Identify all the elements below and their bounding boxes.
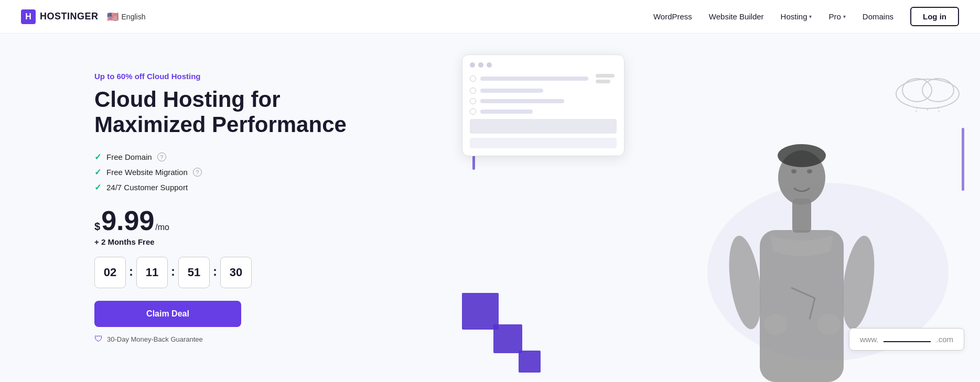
browser-row-1: [470, 74, 617, 83]
svg-point-15: [778, 144, 826, 167]
nav-website-builder[interactable]: Website Builder: [709, 12, 764, 21]
browser-content-block: [470, 119, 617, 134]
pro-chevron: ▾: [843, 14, 846, 19]
logo-text: HOSTINGER: [40, 11, 99, 22]
claim-deal-button[interactable]: Claim Deal: [94, 301, 241, 327]
countdown-minutes: 11: [136, 257, 168, 288]
nav-hosting[interactable]: Hosting ▾: [781, 12, 812, 21]
domain-www: www.: [860, 335, 879, 344]
row-line-4: [480, 110, 533, 114]
browser-row-6: [470, 138, 617, 148]
shield-icon: 🛡: [94, 334, 103, 344]
nav-domains[interactable]: Domains: [863, 12, 893, 21]
nav-right: WordPress Website Builder Hosting ▾ Pro …: [653, 7, 959, 26]
deco-square-large: [462, 293, 499, 330]
browser-row-4: [470, 108, 617, 115]
countdown-seconds: 51: [178, 257, 210, 288]
arrow-line-2: [596, 80, 610, 83]
dot-1: [470, 62, 475, 68]
navbar: H HOSTINGER 🇺🇸 English WordPress Website…: [0, 0, 980, 34]
svg-rect-10: [792, 199, 811, 233]
row-circle-4: [470, 108, 476, 115]
login-button[interactable]: Log in: [910, 7, 959, 26]
nav-left: H HOSTINGER 🇺🇸 English: [21, 9, 145, 24]
domain-bar: www. .com: [849, 328, 964, 351]
price-main: 9.99: [101, 207, 154, 234]
hero-content: Up to 60% off Cloud Hosting Cloud Hostin…: [94, 72, 347, 344]
dot-2: [478, 62, 483, 68]
nav-pro[interactable]: Pro ▾: [828, 12, 845, 21]
price-per: /mo: [155, 223, 169, 232]
row-line-1: [480, 77, 588, 81]
months-free: + 2 Months Free: [94, 237, 347, 246]
logo[interactable]: H HOSTINGER: [21, 9, 99, 24]
lang-label: English: [122, 13, 146, 21]
svg-point-14: [807, 169, 812, 173]
feature-migration: ✓ Free Website Migration ?: [94, 167, 347, 177]
price-dollar: $: [94, 221, 100, 233]
countdown-hours: 02: [94, 257, 126, 288]
hosting-chevron: ▾: [809, 14, 812, 19]
hero-illustration: www. .com: [441, 34, 980, 382]
deco-square-medium: [493, 324, 522, 353]
row-circle-2: [470, 88, 476, 94]
row-line-2: [480, 89, 543, 93]
hero-title: Cloud Hosting for Maximized Performance: [94, 87, 347, 138]
browser-row-2: [470, 88, 617, 94]
deco-line-right: [962, 128, 964, 191]
browser-content-block-2: [470, 138, 617, 148]
help-icon-domain[interactable]: ?: [157, 152, 166, 161]
feature-support: ✓ 24/7 Customer Support: [94, 182, 347, 192]
row-circle-1: [470, 75, 476, 82]
language-selector[interactable]: 🇺🇸 English: [107, 11, 146, 23]
flag-icon: 🇺🇸: [107, 11, 119, 23]
browser-row-3: [470, 98, 617, 104]
check-icon-2: ✓: [94, 167, 101, 177]
nav-wordpress[interactable]: WordPress: [653, 12, 692, 21]
row-line-3: [480, 99, 564, 103]
guarantee: 🛡 30-Day Money-Back Guarantee: [94, 334, 347, 344]
cloud-svg: [886, 60, 970, 112]
domain-com: .com: [936, 335, 953, 344]
features-list: ✓ Free Domain ? ✓ Free Website Migration…: [94, 152, 347, 192]
promo-tag: Up to 60% off Cloud Hosting: [94, 72, 347, 81]
guarantee-text: 30-Day Money-Back Guarantee: [107, 335, 203, 343]
countdown-ms: 30: [220, 257, 252, 288]
browser-row-5: [470, 119, 617, 134]
hero-section: Up to 60% off Cloud Hosting Cloud Hostin…: [0, 34, 980, 382]
feature-domain: ✓ Free Domain ?: [94, 152, 347, 162]
row-circle-3: [470, 98, 476, 104]
check-icon-1: ✓: [94, 152, 101, 162]
svg-point-12: [817, 314, 841, 335]
colon-1: :: [129, 264, 133, 279]
price-block: $ 9.99 /mo: [94, 207, 347, 234]
svg-point-11: [764, 314, 787, 335]
browser-dots: [470, 62, 617, 68]
check-icon-3: ✓: [94, 182, 101, 192]
svg-point-13: [791, 169, 796, 173]
promo-percent: 60%: [117, 72, 133, 81]
deco-square-small: [519, 351, 541, 373]
arrow-line-1: [596, 74, 615, 78]
row-arrows-1: [596, 74, 617, 83]
countdown: 02 : 11 : 51 : 30: [94, 257, 347, 288]
domain-underline: [884, 341, 931, 342]
logo-icon: H: [21, 9, 36, 24]
colon-2: :: [171, 264, 175, 279]
browser-rows: [470, 74, 617, 148]
dot-3: [487, 62, 492, 68]
browser-mock: [462, 54, 624, 156]
help-icon-migration[interactable]: ?: [193, 168, 202, 177]
colon-3: :: [213, 264, 217, 279]
svg-point-2: [922, 79, 954, 102]
